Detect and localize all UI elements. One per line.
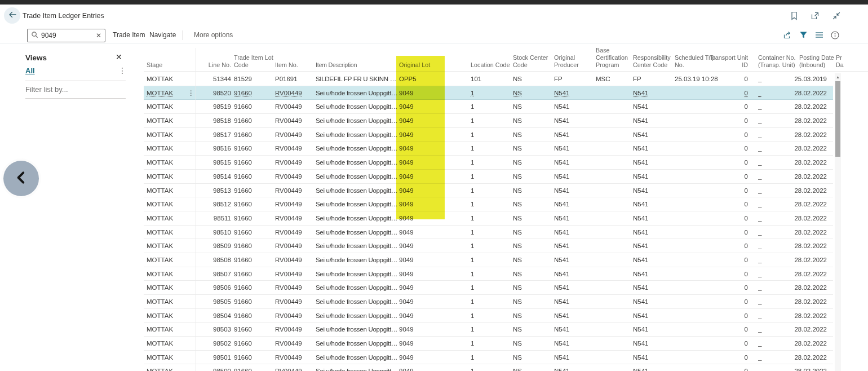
table-row[interactable]: MOTTAK9850291660RV00449Sei u/hode frosse… — [144, 337, 833, 351]
menu-navigate[interactable]: Navigate — [149, 31, 176, 39]
column-header-container[interactable]: Container No.(Transp. Unit) — [758, 54, 798, 69]
search-box[interactable]: ✕ — [27, 29, 105, 42]
column-header-label: Original Lot — [399, 61, 433, 69]
cell-resp_center: N541 — [633, 364, 674, 371]
table-row[interactable]: MOTTAK9851591660RV00449Sei u/hode frosse… — [144, 156, 833, 170]
cell-stock_center: NS — [513, 226, 550, 239]
cell-transport_unit: 0 — [707, 351, 748, 364]
clear-search-icon[interactable]: ✕ — [94, 32, 101, 39]
cell-stage: MOTTAK — [147, 184, 186, 197]
cell-original_producer: N541 — [554, 364, 588, 371]
cell-resp_center[interactable]: N541 — [633, 86, 674, 100]
column-header-lot_code[interactable]: Trade Item LotCode — [234, 54, 273, 69]
table-row[interactable]: MOTTAK9850791660RV00449Sei u/hode frosse… — [144, 267, 833, 281]
cell-stock_center[interactable]: NS — [513, 86, 550, 100]
cell-original_producer: N541 — [554, 128, 588, 142]
cell-location: 1 — [471, 170, 511, 183]
table-row[interactable]: MOTTAK9851391660RV00449Sei u/hode frosse… — [144, 184, 833, 198]
table-row[interactable]: MOTTAK9851091660RV00449Sei u/hode frosse… — [144, 226, 833, 240]
cell-original_producer: N541 — [554, 184, 588, 197]
table-row[interactable]: MOTTAK9850691660RV00449Sei u/hode frosse… — [144, 281, 833, 295]
table-row[interactable]: MOTTAK9851791660RV00449Sei u/hode frosse… — [144, 128, 833, 142]
table-row[interactable]: MOTTAK9850191660RV00449Sei u/hode frosse… — [144, 351, 833, 365]
filter-list-by-field[interactable]: Filter list by... — [25, 85, 68, 94]
table-row[interactable]: MOTTAK9850991660RV00449Sei u/hode frosse… — [144, 239, 833, 253]
share-icon[interactable] — [782, 30, 792, 40]
column-header-stock_center[interactable]: Stock CenterCode — [513, 54, 550, 69]
cell-transport_unit[interactable]: 0 — [707, 86, 748, 100]
cell-location: 1 — [471, 364, 511, 371]
table-row[interactable]: MOTTAK9851891660RV00449Sei u/hode frosse… — [144, 114, 833, 128]
table-row[interactable]: MOTTAK9850391660RV00449Sei u/hode frosse… — [144, 323, 833, 337]
collapse-icon[interactable] — [832, 11, 841, 20]
table-row[interactable]: MOTTAK9850091660RV00449Sei u/hode frosse… — [144, 364, 833, 371]
column-header-posting_date[interactable]: Posting Date(Inbound) — [799, 54, 840, 69]
cell-stock_center: NS — [513, 184, 550, 197]
search-icon — [31, 30, 38, 41]
table-row[interactable]: MOTTAK9850491660RV00449Sei u/hode frosse… — [144, 309, 833, 323]
menu-more-options[interactable]: More options — [194, 31, 233, 39]
table-row[interactable]: MOTTAK9851691660RV00449Sei u/hode frosse… — [144, 142, 833, 156]
cell-location[interactable]: 1 — [471, 86, 511, 100]
cell-stage: MOTTAK — [147, 323, 186, 336]
column-header-base_cert[interactable]: BaseCertificationProgram — [596, 47, 631, 69]
vertical-scrollbar[interactable]: ▲ — [835, 73, 841, 371]
view-item-all[interactable]: All — [25, 67, 35, 75]
cell-resp_center: N541 — [633, 184, 674, 197]
list-view-icon[interactable] — [814, 30, 824, 40]
cell-stock_center: NS — [513, 267, 550, 281]
cell-original_lot: 9049 — [399, 142, 433, 155]
column-header-description[interactable]: Item Description — [316, 61, 398, 69]
search-input[interactable] — [41, 32, 94, 39]
column-header-item_no[interactable]: Item No. — [275, 61, 313, 69]
menu-trade-item[interactable]: Trade Item — [113, 31, 145, 39]
cell-line_no: 98502 — [192, 337, 231, 350]
scrollbar-thumb[interactable] — [835, 81, 840, 157]
table-row[interactable]: MOTTAK9850891660RV00449Sei u/hode frosse… — [144, 253, 833, 267]
info-icon[interactable] — [830, 30, 840, 40]
cell-lot_code[interactable]: 91660 — [234, 86, 273, 100]
table-row[interactable]: ⋮MOTTAK9852091660RV00449Sei u/hode fross… — [144, 86, 833, 100]
cell-transport_unit: 0 — [707, 100, 748, 113]
column-header-label: Responsibility — [633, 54, 674, 61]
table-row[interactable]: MOTTAK9851291660RV00449Sei u/hode frosse… — [144, 197, 833, 211]
table-row[interactable]: MOTTAK5134481529P01691SILDEFIL FP FR U S… — [144, 72, 833, 86]
cell-original_producer[interactable]: N541 — [554, 86, 588, 100]
cell-original_lot: 9049 — [399, 197, 433, 211]
view-options-icon[interactable]: ⋮ — [118, 66, 126, 75]
cell-stage[interactable]: MOTTAK — [147, 86, 186, 100]
column-header-line_no[interactable]: Line No. — [192, 61, 231, 69]
column-header-transport_unit[interactable]: Transport UnitID — [707, 54, 748, 69]
column-header-pr_da[interactable]: PrDa — [836, 54, 858, 69]
cell-transport_unit: 0 — [707, 226, 748, 239]
collapse-pane-button[interactable] — [3, 161, 39, 196]
cell-location: 1 — [471, 267, 511, 281]
back-button[interactable] — [4, 7, 20, 24]
cell-stage: MOTTAK — [147, 267, 186, 281]
cell-line_no: 98509 — [192, 239, 231, 253]
cell-transport_unit: 0 — [707, 295, 748, 308]
cell-stock_center: NS — [513, 170, 550, 183]
table-row[interactable]: MOTTAK9851491660RV00449Sei u/hode frosse… — [144, 170, 833, 184]
column-header-stage[interactable]: Stage — [147, 61, 186, 69]
page-title: Trade Item Ledger Entries — [23, 12, 104, 20]
column-header-location[interactable]: Location Code — [471, 61, 511, 69]
table-row[interactable]: MOTTAK9850591660RV00449Sei u/hode frosse… — [144, 295, 833, 309]
bookmark-icon[interactable] — [790, 11, 798, 20]
cell-stock_center: NS — [513, 114, 550, 127]
column-header-label: Trade Item Lot — [234, 54, 273, 61]
column-header-resp_center[interactable]: ResponsibilityCenter Code — [633, 54, 674, 69]
cell-transport_unit: 0 — [707, 184, 748, 197]
open-in-new-window-icon[interactable] — [811, 11, 820, 20]
column-header-original_producer[interactable]: OriginalProducer — [554, 54, 588, 69]
filter-icon[interactable] — [798, 30, 808, 40]
cell-item_no: RV00449 — [275, 239, 313, 253]
table-row[interactable]: MOTTAK9851191660RV00449Sei u/hode frosse… — [144, 211, 833, 226]
table-row[interactable]: MOTTAK9851991660RV00449Sei u/hode frosse… — [144, 100, 833, 114]
column-header-original_lot[interactable]: Original Lot — [399, 61, 433, 69]
column-header-label: Container No. — [758, 54, 798, 61]
scroll-up-icon[interactable]: ▲ — [835, 74, 841, 80]
cell-resp_center: N541 — [633, 211, 674, 225]
close-views-icon[interactable]: ✕ — [116, 52, 122, 61]
cell-item_no[interactable]: RV00449 — [275, 86, 313, 100]
